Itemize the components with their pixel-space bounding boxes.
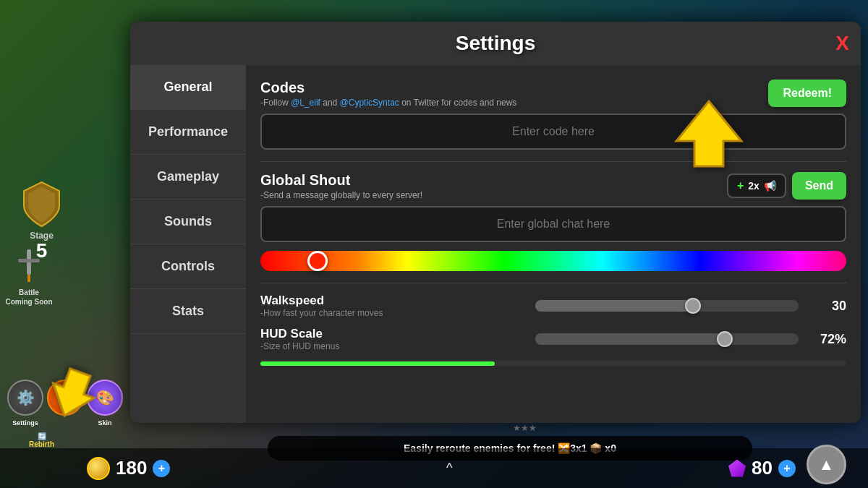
- megaphone-icon: 📢: [764, 180, 776, 192]
- gems-plus-button[interactable]: +: [778, 460, 796, 477]
- modal-title-bar: Settings X: [130, 22, 861, 65]
- progress-bar-container: [260, 360, 846, 366]
- shout-subtitle: -Send a message globally to every server…: [260, 190, 422, 200]
- walkspeed-thumb[interactable]: [685, 298, 701, 314]
- skin-icon-button[interactable]: 🎨: [87, 380, 123, 416]
- progress-bar: [260, 361, 495, 366]
- hud-scale-info: HUD Scale -Size of HUD menus: [260, 327, 524, 351]
- gift-icon-button[interactable]: 🎁: [47, 380, 83, 416]
- walkspeed-info: Walkspeed -How fast your character moves: [260, 294, 524, 318]
- gems-display: 80 +: [728, 457, 796, 479]
- color-slider[interactable]: [260, 251, 846, 271]
- walkspeed-row: Walkspeed -How fast your character moves…: [260, 294, 846, 318]
- modal-title: Settings: [145, 32, 846, 55]
- walkspeed-value: 30: [810, 299, 846, 314]
- bottom-bar: 180 + ^ 80 +: [0, 448, 868, 488]
- chat-input[interactable]: [260, 206, 846, 242]
- gem-icon: [728, 460, 746, 477]
- walkspeed-fill: [535, 300, 693, 312]
- walkspeed-name: Walkspeed: [260, 294, 524, 308]
- svg-rect-2: [27, 275, 30, 282]
- code-input[interactable]: [260, 114, 846, 150]
- stars: ★★★: [513, 423, 537, 433]
- nav-item-general[interactable]: General: [130, 65, 246, 110]
- codes-info: Codes -Follow @L_eiif and @CypticSyntac …: [260, 80, 516, 108]
- hud-scale-row: HUD Scale -Size of HUD menus 72%: [260, 327, 846, 351]
- sidebar-icons: ⚙️ Settings 🎁 🎨 Skin: [7, 380, 123, 416]
- nav-item-performance[interactable]: Performance: [130, 110, 246, 155]
- global-shout-section: Global Shout -Send a message globally to…: [260, 172, 846, 271]
- up-chevron: ^: [446, 461, 452, 476]
- nav-item-controls[interactable]: Controls: [130, 244, 246, 289]
- sword-icon: [11, 246, 47, 286]
- twitter1: @L_eiif: [291, 98, 320, 108]
- twitter2: @CypticSyntac: [340, 98, 399, 108]
- modal-content: Codes -Follow @L_eiif and @CypticSyntac …: [246, 65, 861, 423]
- battle-coming-soon: BattleComing Soon: [4, 246, 54, 307]
- nav-item-gameplay[interactable]: Gameplay: [130, 155, 246, 200]
- nav-item-sounds[interactable]: Sounds: [130, 200, 246, 244]
- nav-item-stats[interactable]: Stats: [130, 289, 246, 334]
- plus-icon: +: [737, 179, 744, 192]
- color-slider-container: [260, 251, 846, 271]
- modal-body: General Performance Gameplay Sounds Cont…: [130, 65, 861, 423]
- divider-1: [260, 161, 846, 162]
- svg-rect-1: [18, 259, 40, 262]
- codes-title: Codes: [260, 80, 516, 96]
- walkspeed-slider[interactable]: [535, 300, 799, 312]
- redeem-button[interactable]: Redeem!: [768, 80, 846, 107]
- nav-sidebar: General Performance Gameplay Sounds Cont…: [130, 65, 246, 423]
- up-arrow-button[interactable]: ▲: [807, 445, 846, 484]
- settings-icon-button[interactable]: ⚙️: [7, 380, 43, 416]
- codes-header: Codes -Follow @L_eiif and @CypticSyntac …: [260, 80, 846, 108]
- coins-plus-button[interactable]: +: [153, 460, 170, 477]
- skin-icon-label: Skin: [98, 419, 111, 427]
- hud-scale-thumb[interactable]: [717, 331, 733, 347]
- coin-icon: [87, 457, 110, 480]
- hud-scale-desc: -Size of HUD menus: [260, 341, 524, 351]
- color-slider-thumb[interactable]: [307, 251, 328, 271]
- hud-scale-fill: [535, 333, 725, 345]
- shout-title: Global Shout: [260, 172, 422, 189]
- walkspeed-desc: -How fast your character moves: [260, 308, 524, 318]
- shout-header: Global Shout -Send a message globally to…: [260, 172, 846, 200]
- settings-modal: Settings X General Performance Gameplay …: [130, 22, 861, 423]
- gems-amount: 80: [752, 457, 773, 479]
- send-button[interactable]: Send: [792, 172, 846, 200]
- badge-count: 2x: [748, 180, 760, 192]
- shout-info: Global Shout -Send a message globally to…: [260, 172, 422, 200]
- settings-icon-label: Settings: [12, 419, 38, 427]
- close-button[interactable]: X: [835, 33, 849, 53]
- battle-label: BattleComing Soon: [4, 288, 54, 307]
- shout-badge: + 2x 📢: [727, 174, 786, 198]
- codes-subtitle: -Follow @L_eiif and @CypticSyntac on Twi…: [260, 98, 516, 108]
- codes-section: Codes -Follow @L_eiif and @CypticSyntac …: [260, 80, 846, 150]
- hud-scale-name: HUD Scale: [260, 327, 524, 341]
- hud-scale-slider[interactable]: [535, 333, 799, 345]
- shield-icon: [22, 181, 61, 228]
- rebirth-button[interactable]: 🔄Rebirth: [29, 432, 54, 448]
- divider-2: [260, 283, 846, 283]
- coins-amount: 180: [116, 457, 147, 479]
- coins-display: 180 +: [87, 457, 170, 480]
- hud-scale-value: 72%: [810, 332, 846, 347]
- shout-controls: + 2x 📢 Send: [727, 172, 846, 200]
